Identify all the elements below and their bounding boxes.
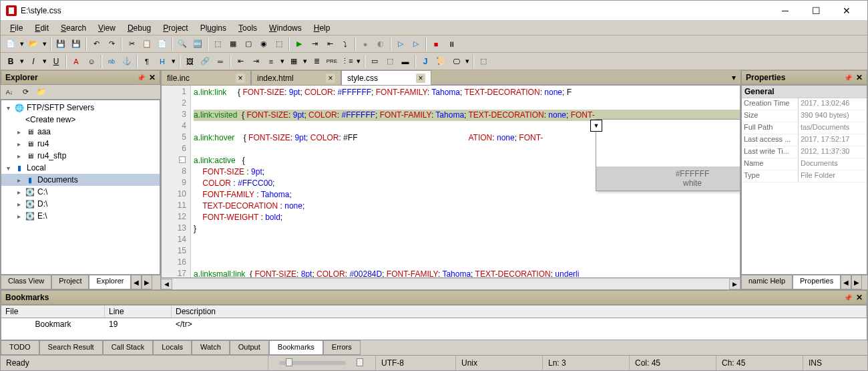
redo-icon[interactable]: ↷ — [104, 37, 119, 51]
tab-menu-icon[interactable]: ▾ — [727, 70, 740, 84]
menu-help[interactable]: Help — [308, 22, 336, 34]
minimize-button[interactable]: ─ — [770, 1, 801, 21]
tool-icon[interactable]: ⬚ — [210, 37, 225, 51]
bottom-tab[interactable]: Search Result — [39, 340, 103, 355]
pin-icon[interactable]: 📌 — [844, 294, 852, 301]
explorer-tree[interactable]: ▾🌐FTP/SFTP Servers <Create new> ▸🖥aaa ▸🖥… — [1, 100, 160, 275]
dropdown-icon[interactable]: ▼ — [590, 120, 602, 132]
status-zoom[interactable] — [268, 356, 375, 370]
css-icon[interactable]: 📜 — [433, 54, 448, 69]
dropdown-icon[interactable]: ▾ — [170, 54, 177, 69]
menu-tools[interactable]: Tools — [233, 22, 262, 34]
tool-icon[interactable]: ▢ — [241, 37, 256, 51]
tab-properties[interactable]: Properties — [793, 275, 841, 289]
script-icon[interactable]: J — [418, 54, 433, 69]
col-description[interactable]: Description — [172, 305, 867, 318]
link-icon[interactable]: 🔗 — [198, 54, 212, 69]
menu-windows[interactable]: Windows — [264, 22, 307, 34]
tree-create-new[interactable]: <Create new> — [1, 114, 160, 126]
close-tab-icon[interactable]: × — [416, 74, 425, 83]
code-editor[interactable]: 1234567-891011121314151617 a.link:link {… — [161, 85, 740, 278]
button-icon[interactable]: ▬ — [398, 54, 413, 69]
status-ins[interactable]: INS — [803, 356, 867, 370]
list-icon[interactable]: ≣ — [309, 54, 324, 69]
close-tab-icon[interactable]: × — [236, 74, 245, 83]
menu-edit[interactable]: Edit — [29, 22, 54, 34]
open-icon[interactable]: 📂 — [26, 37, 41, 51]
dropdown-icon[interactable]: ▾ — [355, 54, 362, 69]
paste-icon[interactable]: 📄 — [155, 37, 170, 51]
property-row[interactable]: Full Pathtas/Documents — [742, 122, 867, 134]
col-line[interactable]: Line — [105, 305, 172, 318]
bottom-tab[interactable]: Bookmarks — [269, 340, 323, 355]
status-eol[interactable]: Unix — [455, 356, 542, 370]
new-dropdown-icon[interactable]: ▾ — [19, 37, 25, 51]
run-icon[interactable]: ▶ — [292, 37, 306, 51]
bold-icon[interactable]: B — [3, 54, 18, 69]
copy-icon[interactable]: 📋 — [140, 37, 154, 51]
tree-local-root[interactable]: ▾▮Local — [1, 162, 160, 174]
open-dropdown-icon[interactable]: ▾ — [41, 37, 48, 51]
menu-file[interactable]: File — [5, 22, 28, 34]
pin-icon[interactable]: 📌 — [137, 74, 145, 82]
status-encoding[interactable]: UTF-8 — [375, 356, 455, 370]
table-icon[interactable]: ▦ — [286, 54, 301, 69]
step-icon[interactable]: ⇤ — [322, 37, 337, 51]
input-icon[interactable]: ⬚ — [383, 54, 397, 69]
close-icon[interactable]: ✕ — [856, 73, 863, 82]
scroll-right-icon[interactable]: ▶ — [729, 279, 740, 289]
save-all-icon[interactable]: 💾 — [69, 37, 83, 51]
tree-documents[interactable]: ▸▮Documents — [1, 174, 160, 186]
maximize-button[interactable]: ☐ — [801, 1, 831, 21]
image-icon[interactable]: 🖼 — [182, 54, 197, 69]
indent-icon[interactable]: ⇤ — [233, 54, 248, 69]
tree-drive[interactable]: ▸💽D:\ — [1, 198, 160, 210]
property-row[interactable]: Size390 940 bytes) — [742, 110, 867, 122]
menu-search[interactable]: Search — [55, 22, 91, 34]
menu-project[interactable]: Project — [158, 22, 193, 34]
scroll-left-icon[interactable]: ◀ — [161, 279, 172, 289]
property-row[interactable]: NameDocuments — [742, 158, 867, 170]
play-icon[interactable]: ▷ — [393, 37, 408, 51]
save-icon[interactable]: 💾 — [53, 37, 68, 51]
bookmark-row[interactable]: Bookmark 19 </tr> — [1, 318, 867, 340]
dropdown-icon[interactable]: ▾ — [41, 54, 48, 69]
close-icon[interactable]: ✕ — [856, 293, 863, 302]
anchor-icon[interactable]: ⚓ — [120, 54, 134, 69]
play-icon[interactable]: ▷ — [409, 37, 423, 51]
undo-icon[interactable]: ↶ — [89, 37, 103, 51]
bottom-tab[interactable]: Watch — [192, 340, 230, 355]
scroll-left-icon[interactable]: ◀ — [841, 275, 851, 289]
font-icon[interactable]: A — [69, 54, 83, 69]
italic-icon[interactable]: I — [26, 54, 41, 69]
bottom-tab[interactable]: Call Stack — [103, 340, 154, 355]
editor-tab[interactable]: index.html× — [251, 70, 341, 85]
property-row[interactable]: Last access ...2017, 17:52:17 — [742, 134, 867, 146]
tab-dynamichelp[interactable]: namic Help — [741, 275, 793, 289]
tree-server[interactable]: ▸🖥ru4 — [1, 138, 160, 150]
underline-icon[interactable]: U — [49, 54, 63, 69]
cut-icon[interactable]: ✂ — [124, 37, 139, 51]
tool-icon[interactable]: ▦ — [226, 37, 240, 51]
property-group[interactable]: General — [742, 86, 867, 98]
stop-icon[interactable]: ■ — [429, 37, 443, 51]
sort-icon[interactable]: A↓ — [2, 85, 17, 100]
dropdown-icon[interactable]: ▾ — [279, 54, 286, 69]
col-file[interactable]: File — [1, 305, 105, 318]
find-icon[interactable]: 🔍 — [175, 37, 190, 51]
refresh-icon[interactable]: ⟳ — [18, 85, 33, 100]
menu-plugins[interactable]: Plugins — [195, 22, 232, 34]
dropdown-icon[interactable]: ▾ — [464, 54, 471, 69]
tree-drive[interactable]: ▸💽E:\ — [1, 210, 160, 222]
close-button[interactable]: ✕ — [831, 1, 862, 21]
close-tab-icon[interactable]: × — [326, 74, 335, 83]
step-icon[interactable]: ⇥ — [307, 37, 322, 51]
preview-icon[interactable]: 🖵 — [449, 54, 463, 69]
outdent-icon[interactable]: ⇥ — [248, 54, 263, 69]
tab-explorer[interactable]: Explorer — [89, 275, 131, 289]
tree-server[interactable]: ▸🖥aaa — [1, 126, 160, 138]
align-icon[interactable]: ≡ — [264, 54, 278, 69]
layout-icon[interactable]: ⬚ — [476, 54, 491, 69]
editor-tab[interactable]: file.inc× — [161, 70, 251, 85]
breakpoint-icon[interactable]: ◐ — [373, 37, 388, 51]
